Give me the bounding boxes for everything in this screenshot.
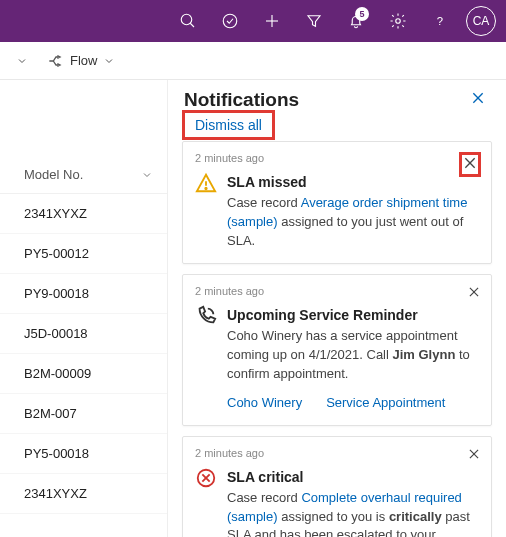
table-row[interactable]: B2M-007 <box>0 394 167 434</box>
cell: 2341XYXZ <box>24 486 87 501</box>
panel-title: Notifications <box>184 89 299 111</box>
cell: B2M-00009 <box>24 366 91 381</box>
data-table: Model No. 2341XYXZ PY5-00012 PY9-00018 J… <box>0 80 168 537</box>
notification-card: 2 minutes ago SLA critical Case record C… <box>182 436 492 538</box>
close-icon <box>467 285 481 299</box>
chevron-down-icon <box>141 169 153 181</box>
close-icon <box>470 90 486 106</box>
main-content: Model No. 2341XYXZ PY5-00012 PY9-00018 J… <box>0 80 506 537</box>
help-icon[interactable]: ? <box>424 5 456 37</box>
svg-point-13 <box>205 188 206 189</box>
notification-badge: 5 <box>355 7 369 21</box>
cell: PY9-00018 <box>24 286 89 301</box>
close-panel-button[interactable] <box>466 86 490 113</box>
dismiss-notification-button[interactable] <box>465 283 483 304</box>
phone-icon <box>195 305 217 413</box>
notification-card: 2 minutes ago SLA missed Case record Ave… <box>182 141 492 264</box>
notification-time: 2 minutes ago <box>195 447 479 459</box>
notification-emphasis: critically <box>389 509 442 524</box>
notification-card: 2 minutes ago Upcoming Service Reminder … <box>182 274 492 426</box>
filter-icon[interactable] <box>298 5 330 37</box>
table-row[interactable]: 2341XYXZ <box>0 194 167 234</box>
notification-text: assigned to you is <box>278 509 389 524</box>
table-row[interactable]: PY9-00018 <box>0 274 167 314</box>
cell: PY5-00012 <box>24 246 89 261</box>
column-header-model-no[interactable]: Model No. <box>0 156 167 194</box>
gear-icon[interactable] <box>382 5 414 37</box>
error-icon <box>195 467 217 538</box>
svg-point-5 <box>396 19 401 24</box>
table-row[interactable]: 2341XYXZ <box>0 474 167 514</box>
action-link-service[interactable]: Service Appointment <box>326 394 445 413</box>
svg-line-1 <box>190 23 194 27</box>
notification-person: Jim Glynn <box>393 347 456 362</box>
flow-label: Flow <box>70 53 97 68</box>
dismiss-notification-button[interactable] <box>457 150 483 179</box>
table-row[interactable]: J5D-00018 <box>0 314 167 354</box>
warning-icon <box>195 172 217 251</box>
task-icon[interactable] <box>214 5 246 37</box>
table-spacer <box>0 80 167 156</box>
action-link-coho[interactable]: Coho Winery <box>227 394 302 413</box>
close-icon <box>462 155 478 171</box>
cell: J5D-00018 <box>24 326 88 341</box>
notification-title: Upcoming Service Reminder <box>227 305 479 325</box>
dismiss-all-link[interactable]: Dismiss all <box>182 110 275 140</box>
table-row[interactable]: PY5-00018 <box>0 434 167 474</box>
notification-time: 2 minutes ago <box>195 152 479 164</box>
cell: 2341XYXZ <box>24 206 87 221</box>
dismiss-notification-button[interactable] <box>465 445 483 466</box>
flow-button[interactable]: Flow <box>42 49 121 72</box>
table-row[interactable]: B2M-00009 <box>0 354 167 394</box>
table-row[interactable]: PY5-00012 <box>0 234 167 274</box>
svg-point-2 <box>223 14 237 28</box>
close-icon <box>467 447 481 461</box>
column-header-label: Model No. <box>24 167 83 182</box>
notification-title: SLA critical <box>227 467 479 487</box>
top-app-bar: 5 ? CA <box>0 0 506 42</box>
notification-text: Case record <box>227 490 301 505</box>
add-icon[interactable] <box>256 5 288 37</box>
notifications-panel: Notifications Dismiss all 2 minutes ago … <box>168 80 506 537</box>
search-icon[interactable] <box>172 5 204 37</box>
avatar[interactable]: CA <box>466 6 496 36</box>
bell-icon[interactable]: 5 <box>340 5 372 37</box>
notification-title: SLA missed <box>227 172 479 192</box>
command-dropdown[interactable] <box>10 51 34 71</box>
cell: PY5-00018 <box>24 446 89 461</box>
command-bar: Flow <box>0 42 506 80</box>
notification-time: 2 minutes ago <box>195 285 479 297</box>
svg-text:?: ? <box>437 15 443 27</box>
notification-text: Case record <box>227 195 301 210</box>
chevron-down-icon <box>103 55 115 67</box>
cell: B2M-007 <box>24 406 77 421</box>
svg-point-0 <box>181 14 192 25</box>
